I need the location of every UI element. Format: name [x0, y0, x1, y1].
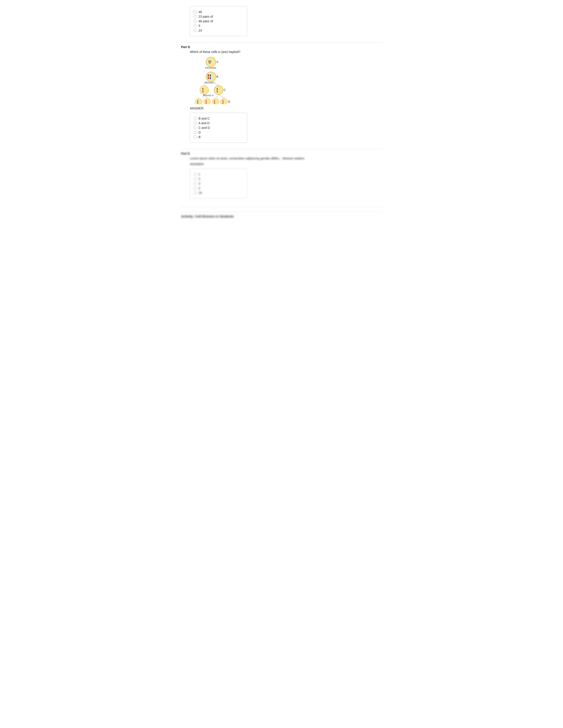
option-d3[interactable]: C and D: [194, 126, 243, 129]
svg-rect-25: [206, 102, 207, 104]
svg-point-26: [212, 98, 219, 104]
option-d5-label: B: [198, 135, 200, 139]
radio-e5[interactable]: [194, 191, 197, 194]
option-c4[interactable]: 5: [194, 24, 243, 28]
option-d2-label: A and D: [198, 121, 209, 125]
option-c2-label: 23 pairs of: [198, 15, 213, 18]
svg-point-23: [203, 98, 211, 104]
part-c-answer-section: 46 23 pairs of 46 pairs of 5 23: [181, 4, 382, 40]
option-e1[interactable]: 1: [194, 173, 243, 176]
option-e4-label: 4: [198, 186, 200, 190]
option-c3-label: 46 pairs of: [198, 19, 213, 23]
option-d2[interactable]: A and D: [194, 121, 243, 125]
option-e2[interactable]: 2: [194, 177, 243, 181]
svg-rect-18: [217, 90, 218, 92]
option-c5[interactable]: 23: [194, 29, 243, 32]
svg-rect-31: [222, 102, 223, 104]
radio-e2[interactable]: [194, 177, 197, 180]
radio-d2[interactable]: [194, 122, 197, 125]
activity-section: Activity: Cell Division in Students: [181, 206, 382, 218]
option-c5-label: 23: [198, 29, 202, 32]
radio-c4[interactable]: [194, 24, 197, 27]
meiosis-diagram-svg: A Interphase B Meiosis I: [192, 56, 241, 104]
option-e5[interactable]: 16: [194, 191, 243, 195]
meiosis2-label: Meiosis II: [203, 94, 213, 97]
svg-rect-21: [197, 100, 198, 102]
option-d4-label: D: [198, 131, 201, 134]
svg-rect-9: [210, 77, 211, 79]
option-c1-label: 46: [198, 10, 202, 14]
option-d1-label: B and C: [198, 117, 210, 120]
svg-point-12: [200, 86, 209, 94]
svg-rect-30: [222, 100, 223, 102]
part-e-label: Part E: [181, 152, 382, 155]
part-e-section: Part E Lorem ipsum dolor sit amet, conse…: [181, 149, 382, 202]
cell-a-label: A: [216, 60, 218, 64]
svg-rect-27: [214, 100, 215, 102]
radio-e1[interactable]: [194, 173, 197, 176]
part-d-answer-box: B and C A and D C and D D B: [190, 113, 247, 143]
part-e-question: Lorem ipsum dolor sit amet, consectetur …: [190, 157, 382, 160]
cell-c-label: C: [224, 88, 226, 92]
option-c3[interactable]: 46 pairs of: [194, 19, 243, 23]
svg-point-29: [220, 98, 227, 104]
svg-line-37: [218, 95, 224, 98]
option-e5-label: 16: [198, 191, 202, 195]
option-c2[interactable]: 23 pairs of: [194, 15, 243, 18]
part-d-question: Which of these cells is (are) haploid?: [190, 50, 382, 54]
cell-b-label: B: [216, 75, 218, 78]
svg-point-0: [206, 57, 216, 67]
radio-d3[interactable]: [194, 126, 197, 129]
option-c1[interactable]: 46: [194, 10, 243, 14]
option-e2-label: 2: [198, 177, 200, 181]
svg-rect-28: [214, 102, 215, 104]
part-d-label: Part D: [181, 45, 382, 49]
option-d1[interactable]: B and C: [194, 117, 243, 120]
svg-line-36: [215, 95, 218, 98]
cell-diagram: A Interphase B Meiosis I: [192, 56, 382, 104]
part-e-answer-box: 1 2 3 4 16: [190, 169, 247, 199]
svg-point-5: [206, 72, 216, 82]
part-e-answer-label: ANSWER:: [190, 162, 382, 166]
divider-cd: [181, 42, 382, 43]
activity-title: Activity: Cell Division in Students: [181, 214, 382, 218]
option-c4-label: 5: [198, 24, 200, 28]
option-e3-label: 3: [198, 182, 200, 185]
option-e3[interactable]: 3: [194, 182, 243, 185]
option-d3-label: C and D: [198, 126, 210, 129]
part-d-answer-label: ANSWER:: [190, 107, 382, 110]
radio-c2[interactable]: [194, 15, 197, 18]
part-c-answer-box: 46 23 pairs of 46 pairs of 5 23: [190, 6, 247, 36]
interphase-label: Interphase: [205, 66, 216, 69]
svg-point-16: [214, 86, 223, 94]
svg-rect-24: [206, 100, 207, 102]
option-d4[interactable]: D: [194, 131, 243, 134]
radio-d4[interactable]: [194, 131, 197, 134]
svg-rect-7: [208, 77, 209, 79]
radio-d1[interactable]: [194, 117, 197, 120]
radio-e3[interactable]: [194, 182, 197, 185]
radio-c3[interactable]: [194, 20, 197, 23]
option-e1-label: 1: [198, 173, 200, 176]
svg-rect-22: [197, 102, 198, 104]
part-d-section: Part D Which of these cells is (are) hap…: [181, 45, 382, 146]
radio-e4[interactable]: [194, 187, 197, 190]
radio-c5[interactable]: [194, 29, 197, 32]
option-d5[interactable]: B: [194, 135, 243, 139]
radio-d5[interactable]: [194, 135, 197, 139]
svg-rect-14: [202, 90, 203, 92]
meiosis1-label: Meiosis I: [205, 81, 214, 84]
radio-c1[interactable]: [194, 10, 197, 13]
cell-d-label: D: [228, 100, 230, 103]
svg-point-20: [195, 98, 202, 104]
option-e4[interactable]: 4: [194, 186, 243, 190]
